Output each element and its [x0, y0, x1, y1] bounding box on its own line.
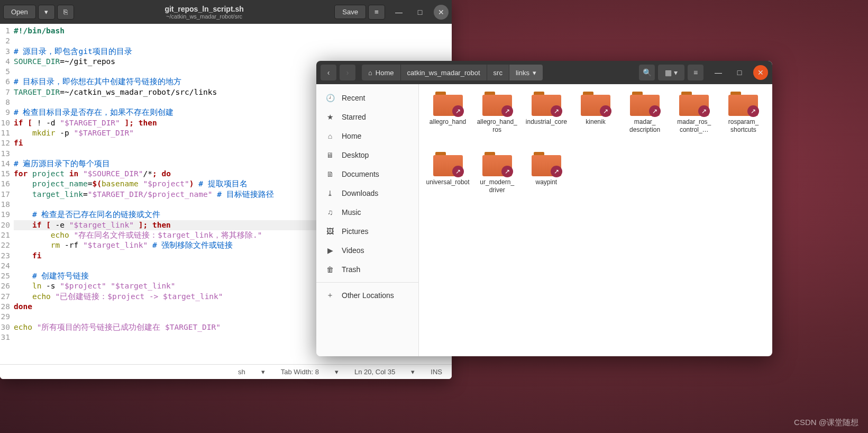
music-icon: ♫ — [326, 208, 334, 216]
path-segment[interactable]: src — [487, 65, 509, 80]
files-headerbar: ‹ › ⌂Homecatkin_ws_madar_robotsrclinks ▾… — [316, 61, 772, 84]
folder-label: rosparam_​shortcuts — [720, 118, 766, 134]
close-button[interactable]: ✕ — [753, 65, 768, 80]
nav-forward-button[interactable]: › — [340, 65, 355, 80]
sidebar-item-label: Music — [342, 208, 361, 216]
status-insert-mode: INS — [431, 368, 442, 376]
hamburger-menu-icon[interactable]: ≡ — [688, 65, 703, 80]
chevron-down-icon: ▾ — [533, 69, 536, 77]
path-segment[interactable]: links ▾ — [509, 65, 543, 80]
folder-link-icon: ↗ — [482, 92, 512, 116]
folder-label: allegro_​hand_​ros — [474, 118, 520, 134]
other locations-icon: ＋ — [326, 291, 334, 300]
sidebar-item-downloads[interactable]: ⤓Downloads — [316, 184, 418, 203]
status-tabwidth[interactable]: Tab Width: 8 — [281, 368, 319, 376]
path-label: Home — [376, 69, 394, 77]
status-language[interactable]: sh — [238, 368, 245, 376]
sidebar-item-starred[interactable]: ★Starred — [316, 107, 418, 127]
folder-label: waypint — [536, 178, 558, 186]
editor-filename: git_repos_ln_script.sh — [76, 5, 333, 13]
path-segment[interactable]: ⌂Home — [362, 65, 400, 80]
folder-link-icon: ↗ — [679, 92, 709, 116]
maximize-button[interactable]: □ — [732, 65, 747, 80]
folder-grid[interactable]: ↗allegro_​hand↗allegro_​hand_​ros↗indust… — [419, 84, 772, 356]
folder-item[interactable]: ↗madar_​ros_​control_​… — [671, 92, 718, 150]
save-button[interactable]: Save — [334, 5, 366, 19]
folder-label: industrial_​core — [526, 118, 567, 126]
folder-link-icon: ↗ — [532, 152, 561, 176]
hamburger-menu-icon[interactable]: ≡ — [368, 5, 385, 20]
folder-link-icon: ↗ — [630, 92, 660, 116]
places-sidebar: 🕘Recent★Starred⌂Home🖥Desktop🗎Documents⤓D… — [316, 84, 419, 356]
folder-item[interactable]: ↗industrial_​core — [523, 92, 570, 150]
editor-statusbar: sh▾ Tab Width: 8▾ Ln 20, Col 35▾ INS — [0, 364, 452, 379]
sidebar-item-label: Desktop — [342, 151, 369, 159]
home-icon: ⌂ — [326, 132, 334, 140]
sidebar-item-trash[interactable]: 🗑Trash — [316, 260, 418, 279]
sidebar-item-label: Recent — [342, 94, 365, 102]
minimize-button[interactable]: — — [711, 65, 726, 80]
folder-link-icon: ↗ — [433, 92, 463, 116]
close-button[interactable]: ✕ — [434, 5, 449, 20]
folder-item[interactable]: ↗madar_​description — [622, 92, 669, 150]
folder-link-icon: ↗ — [433, 152, 463, 176]
sidebar-item-label: Starred — [342, 113, 366, 121]
sidebar-item-label: Other Locations — [342, 291, 394, 300]
editor-headerbar: Open ▾ ⎘ git_repos_ln_script.sh ~/catkin… — [0, 0, 452, 24]
folder-link-icon: ↗ — [728, 92, 758, 116]
folder-item[interactable]: ↗rosparam_​shortcuts — [720, 92, 767, 150]
watermark-text: CSDN @课堂随想 — [794, 418, 858, 428]
line-number-gutter: 1234567891011121314151617181920212223242… — [0, 24, 12, 364]
folder-label: madar_​description — [622, 118, 668, 134]
chevron-down-icon: ▾ — [335, 368, 339, 376]
path-label: src — [494, 69, 502, 77]
sidebar-item-desktop[interactable]: 🖥Desktop — [316, 146, 418, 165]
sidebar-item-videos[interactable]: ▶Videos — [316, 241, 418, 260]
sidebar-item-other locations[interactable]: ＋Other Locations — [316, 286, 418, 305]
open-button[interactable]: Open — [3, 5, 36, 19]
sidebar-item-recent[interactable]: 🕘Recent — [316, 88, 418, 107]
sidebar-item-label: Pictures — [342, 227, 369, 236]
status-cursor: Ln 20, Col 35 — [354, 368, 395, 376]
sidebar-item-label: Home — [342, 132, 361, 140]
nav-back-button[interactable]: ‹ — [321, 65, 336, 80]
folder-label: ur_​modern_​driver — [474, 178, 520, 194]
sidebar-item-home[interactable]: ⌂Home — [316, 127, 418, 146]
folder-item[interactable]: ↗kinenik — [572, 92, 619, 150]
folder-label: universal_​robot — [426, 178, 470, 186]
chevron-down-icon: ▾ — [261, 368, 265, 376]
nautilus-window: ‹ › ⌂Homecatkin_ws_madar_robotsrclinks ▾… — [316, 61, 772, 356]
editor-filepath: ~/catkin_ws_madar_robot/src — [76, 13, 333, 20]
open-dropdown-icon[interactable]: ▾ — [38, 5, 55, 20]
folder-link-icon: ↗ — [581, 92, 610, 116]
sidebar-item-label: Downloads — [342, 189, 378, 197]
editor-title-block: git_repos_ln_script.sh ~/catkin_ws_madar… — [76, 5, 333, 20]
folder-label: kinenik — [586, 118, 605, 126]
folder-label: allegro_​hand — [430, 118, 466, 126]
path-segment[interactable]: catkin_ws_madar_robot — [401, 65, 487, 80]
path-label: links — [516, 69, 529, 77]
sidebar-item-music[interactable]: ♫Music — [316, 203, 418, 222]
downloads-icon: ⤓ — [326, 189, 334, 197]
starred-icon: ★ — [326, 113, 334, 121]
folder-link-icon: ↗ — [532, 92, 561, 116]
sidebar-item-documents[interactable]: 🗎Documents — [316, 165, 418, 184]
sidebar-item-pictures[interactable]: 🖼Pictures — [316, 222, 418, 241]
pathbar: ⌂Homecatkin_ws_madar_robotsrclinks ▾ — [362, 65, 543, 80]
folder-item[interactable]: ↗universal_​robot — [424, 152, 471, 210]
pictures-icon: 🖼 — [326, 227, 334, 236]
desktop-icon: 🖥 — [326, 151, 334, 159]
new-tab-button[interactable]: ⎘ — [57, 5, 74, 20]
search-icon[interactable]: 🔍 — [639, 65, 655, 80]
chevron-down-icon: ▾ — [411, 368, 415, 376]
trash-icon: 🗑 — [326, 265, 334, 274]
folder-item[interactable]: ↗waypint — [523, 152, 570, 210]
path-label: catkin_ws_madar_robot — [407, 69, 480, 77]
folder-item[interactable]: ↗allegro_​hand — [424, 92, 471, 150]
sidebar-item-label: Documents — [342, 170, 379, 178]
minimize-button[interactable]: — — [391, 5, 406, 20]
folder-item[interactable]: ↗ur_​modern_​driver — [473, 152, 520, 210]
folder-item[interactable]: ↗allegro_​hand_​ros — [473, 92, 520, 150]
maximize-button[interactable]: □ — [413, 5, 427, 20]
view-toggle-button[interactable]: ▦ ▾ — [658, 65, 684, 80]
